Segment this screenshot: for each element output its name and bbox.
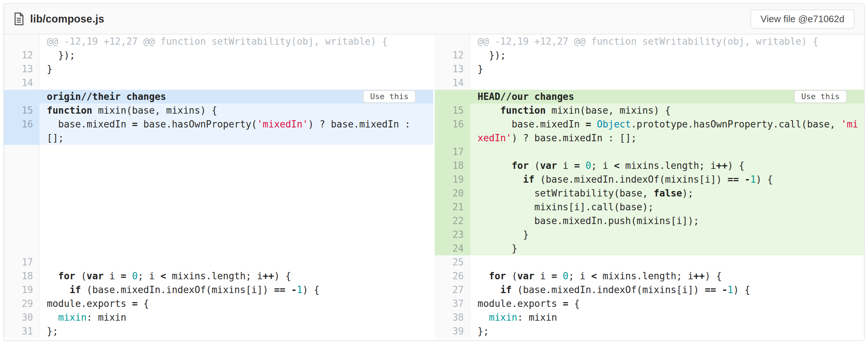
code-line: for (var i = 0; i < mixins.length; i++) … bbox=[40, 269, 433, 283]
conflict-header-row: HEAD//our changesUse this bbox=[435, 90, 864, 104]
conflict-header-row: origin//their changesUse this bbox=[4, 90, 433, 104]
code-line: base.mixedIn.push(mixins[i]); bbox=[470, 214, 864, 228]
line-number: 17 bbox=[4, 255, 40, 269]
file-icon bbox=[13, 12, 24, 25]
code-line: @@ -12,19 +12,27 @@ function setWritabil… bbox=[470, 34, 864, 48]
diff-row: @@ -12,19 +12,27 @@ function setWritabil… bbox=[435, 34, 864, 48]
code-line: for (var i = 0; i < mixins.length; i++) … bbox=[470, 159, 864, 172]
line-number: 17 bbox=[435, 145, 470, 159]
code-line: if (base.mixedIn.indexOf(mixins[i]) == -… bbox=[470, 172, 864, 186]
line-number: 18 bbox=[435, 159, 470, 172]
diff-row: @@ -12,19 +12,27 @@ function setWritabil… bbox=[4, 34, 433, 48]
diff-row: 39}; bbox=[435, 324, 864, 338]
line-number: 38 bbox=[435, 310, 470, 324]
diff-row: 19 if (base.mixedIn.indexOf(mixins[i]) =… bbox=[435, 172, 864, 186]
line-number: 25 bbox=[435, 255, 470, 269]
line-number: 14 bbox=[435, 76, 470, 90]
line-number: 15 bbox=[435, 104, 470, 117]
line-number: 30 bbox=[4, 310, 40, 324]
code-line: module.exports = { bbox=[470, 297, 864, 310]
line-number: 22 bbox=[435, 214, 470, 228]
pane-left: @@ -12,19 +12,27 @@ function setWritabil… bbox=[4, 34, 433, 338]
code-line bbox=[40, 76, 433, 90]
diff-row: 17 bbox=[435, 145, 864, 159]
code-line: base.mixedIn = base.hasOwnProperty('mixe… bbox=[40, 117, 433, 145]
code-line: if (base.mixedIn.indexOf(mixins[i]) == -… bbox=[470, 283, 864, 297]
code-line: for (var i = 0; i < mixins.length; i++) … bbox=[470, 269, 864, 283]
diff-row: 16 base.mixedIn = base.hasOwnProperty('m… bbox=[4, 117, 433, 145]
line-number: 21 bbox=[435, 200, 470, 214]
line-number bbox=[4, 34, 40, 48]
use-this-button[interactable]: Use this bbox=[363, 90, 416, 103]
code-line: if (base.mixedIn.indexOf(mixins[i]) == -… bbox=[40, 283, 433, 297]
code-line: @@ -12,19 +12,27 @@ function setWritabil… bbox=[40, 34, 433, 48]
code-line bbox=[40, 255, 433, 269]
code-line: function mixin(base, mixins) { bbox=[470, 104, 864, 117]
code-line: } bbox=[470, 228, 864, 242]
line-number: 12 bbox=[435, 48, 470, 62]
diff-row: 26 for (var i = 0; i < mixins.length; i+… bbox=[435, 269, 864, 283]
diff-row: 25 bbox=[435, 255, 864, 269]
code-line: } bbox=[470, 62, 864, 76]
line-number: 14 bbox=[4, 76, 40, 90]
line-number: 13 bbox=[435, 62, 470, 76]
view-file-button[interactable]: View file @e71062d bbox=[750, 9, 855, 29]
diff-row: 21 mixins[i].call(base); bbox=[435, 200, 864, 214]
code-line: function mixin(base, mixins) { bbox=[40, 104, 433, 117]
line-number: 31 bbox=[4, 324, 40, 338]
line-number: 16 bbox=[4, 117, 40, 145]
diff-row: 37module.exports = { bbox=[435, 297, 864, 310]
file-path-title: lib/compose.js bbox=[30, 13, 104, 25]
file-header: lib/compose.js View file @e71062d bbox=[4, 4, 864, 34]
diff-row: 31}; bbox=[4, 324, 433, 338]
diff-row: 14 bbox=[435, 76, 864, 90]
code-line: mixins[i].call(base); bbox=[470, 200, 864, 214]
use-this-button[interactable]: Use this bbox=[794, 90, 847, 103]
diff-row: 13} bbox=[435, 62, 864, 76]
line-number bbox=[435, 34, 470, 48]
line-number bbox=[4, 145, 40, 255]
diff-row: 18 for (var i = 0; i < mixins.length; i+… bbox=[4, 269, 433, 283]
code-line: mixin: mixin bbox=[470, 310, 864, 324]
line-number: 37 bbox=[435, 297, 470, 310]
diff-row: 12 }); bbox=[4, 48, 433, 62]
diff-spacer-row bbox=[4, 145, 433, 255]
line-number: 23 bbox=[435, 228, 470, 242]
diff-row: 27 if (base.mixedIn.indexOf(mixins[i]) =… bbox=[435, 283, 864, 297]
diff-row: 19 if (base.mixedIn.indexOf(mixins[i]) =… bbox=[4, 283, 433, 297]
diff-row: 30 mixin: mixin bbox=[4, 310, 433, 324]
line-number: 18 bbox=[4, 269, 40, 283]
code-line bbox=[470, 76, 864, 90]
line-number: 19 bbox=[4, 283, 40, 297]
code-line bbox=[470, 145, 864, 159]
diff-row: 38 mixin: mixin bbox=[435, 310, 864, 324]
conflict-label: HEAD//our changes bbox=[478, 90, 574, 104]
code-line: module.exports = { bbox=[40, 297, 433, 310]
diff-row: 16 base.mixedIn = Object.prototype.hasOw… bbox=[435, 117, 864, 145]
diff-row: 22 base.mixedIn.push(mixins[i]); bbox=[435, 214, 864, 228]
code-line: }; bbox=[470, 324, 864, 338]
code-line: HEAD//our changesUse this bbox=[470, 90, 864, 104]
line-number: 15 bbox=[4, 104, 40, 117]
line-number: 39 bbox=[435, 324, 470, 338]
line-number: 20 bbox=[435, 186, 470, 200]
diff-row: 15function mixin(base, mixins) { bbox=[4, 104, 433, 117]
code-line: }); bbox=[40, 48, 433, 62]
file-conflict-card: lib/compose.js View file @e71062d @@ -12… bbox=[3, 3, 865, 341]
diff-row: 12 }); bbox=[435, 48, 864, 62]
line-number: 29 bbox=[4, 297, 40, 310]
line-number bbox=[435, 90, 470, 104]
code-line: origin//their changesUse this bbox=[40, 90, 433, 104]
diff-row: 20 setWritability(base, false); bbox=[435, 186, 864, 200]
line-number: 16 bbox=[435, 117, 470, 145]
diff-row: 15 function mixin(base, mixins) { bbox=[435, 104, 864, 117]
diff-row: 24 } bbox=[435, 242, 864, 255]
code-line: base.mixedIn = Object.prototype.hasOwnPr… bbox=[470, 117, 864, 145]
diff-row: 14 bbox=[4, 76, 433, 90]
diff-row: 23 } bbox=[435, 228, 864, 242]
line-number: 12 bbox=[4, 48, 40, 62]
line-number: 24 bbox=[435, 242, 470, 255]
line-number: 19 bbox=[435, 172, 470, 186]
line-number: 27 bbox=[435, 283, 470, 297]
line-number: 26 bbox=[435, 269, 470, 283]
